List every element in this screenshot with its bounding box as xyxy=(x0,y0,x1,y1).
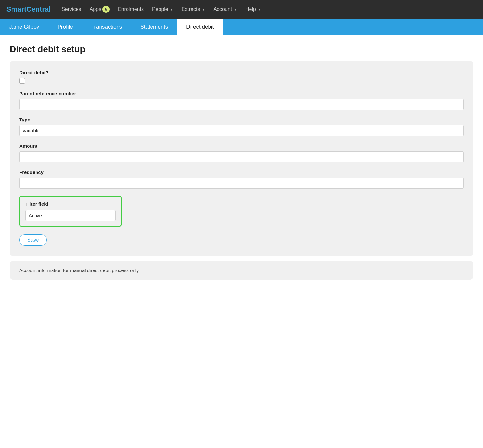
people-arrow-icon: ▼ xyxy=(170,8,173,11)
nav-help[interactable]: Help ▼ xyxy=(242,4,264,14)
tab-profile[interactable]: Profile xyxy=(48,19,82,35)
extracts-arrow-icon: ▼ xyxy=(202,8,205,11)
amount-input[interactable] xyxy=(19,151,464,162)
nav-extracts[interactable]: Extracts ▼ xyxy=(178,4,209,14)
nav-account[interactable]: Account ▼ xyxy=(210,4,240,14)
direct-debit-label: Direct debit? xyxy=(19,70,464,75)
nav-services-label: Services xyxy=(61,6,81,12)
frequency-input[interactable] xyxy=(19,178,464,189)
amount-field: Amount xyxy=(19,143,464,162)
direct-debit-field: Direct debit? xyxy=(19,70,464,84)
frequency-label: Frequency xyxy=(19,170,464,175)
frequency-field: Frequency xyxy=(19,170,464,189)
filter-field-highlighted: Filter field xyxy=(19,196,122,227)
filter-field-label: Filter field xyxy=(25,201,116,207)
tab-statements-label: Statements xyxy=(140,24,168,30)
nav-account-label: Account xyxy=(213,6,232,12)
save-button[interactable]: Save xyxy=(19,234,47,246)
bottom-card-text: Account information for manual direct de… xyxy=(19,268,139,273)
type-field: Type xyxy=(19,117,464,136)
tab-direct-debit-label: Direct debit xyxy=(186,24,214,30)
type-input[interactable] xyxy=(19,125,464,136)
tab-transactions[interactable]: Transactions xyxy=(82,19,132,35)
tab-jame-gilboy-label: Jame Gilboy xyxy=(9,24,39,30)
parent-ref-input[interactable] xyxy=(19,99,464,110)
sub-nav: Jame Gilboy Profile Transactions Stateme… xyxy=(0,19,483,35)
brand-logo[interactable]: SmartCentral xyxy=(6,5,51,13)
type-label: Type xyxy=(19,117,464,122)
nav-people[interactable]: People ▼ xyxy=(149,4,176,14)
apps-badge: 6 xyxy=(102,6,110,13)
amount-label: Amount xyxy=(19,143,464,149)
nav-enrolments[interactable]: Enrolments xyxy=(115,4,147,14)
tab-profile-label: Profile xyxy=(57,24,73,30)
page-content: Direct debit setup Direct debit? Parent … xyxy=(0,35,483,286)
nav-apps-label: Apps xyxy=(90,6,101,12)
save-button-wrapper: Save xyxy=(19,234,464,247)
tab-direct-debit[interactable]: Direct debit xyxy=(177,19,223,35)
tab-jame-gilboy[interactable]: Jame Gilboy xyxy=(0,19,48,35)
nav-enrolments-label: Enrolments xyxy=(118,6,144,12)
direct-debit-checkbox-wrapper xyxy=(19,78,464,84)
top-nav: SmartCentral Services Apps 6 Enrolments … xyxy=(0,0,483,19)
bottom-card: Account information for manual direct de… xyxy=(10,261,473,280)
nav-people-label: People xyxy=(152,6,168,12)
page-title: Direct debit setup xyxy=(10,44,473,54)
form-card: Direct debit? Parent reference number Ty… xyxy=(10,61,473,256)
tab-statements[interactable]: Statements xyxy=(131,19,177,35)
nav-extracts-label: Extracts xyxy=(182,6,200,12)
nav-apps[interactable]: Apps 6 xyxy=(86,4,113,15)
account-arrow-icon: ▼ xyxy=(234,8,237,11)
nav-help-label: Help xyxy=(245,6,256,12)
parent-ref-field: Parent reference number xyxy=(19,91,464,110)
filter-field-input[interactable] xyxy=(25,210,116,221)
help-arrow-icon: ▼ xyxy=(258,8,261,11)
direct-debit-checkbox[interactable] xyxy=(19,78,25,84)
tab-transactions-label: Transactions xyxy=(91,24,122,30)
parent-ref-label: Parent reference number xyxy=(19,91,464,96)
nav-services[interactable]: Services xyxy=(58,4,84,14)
